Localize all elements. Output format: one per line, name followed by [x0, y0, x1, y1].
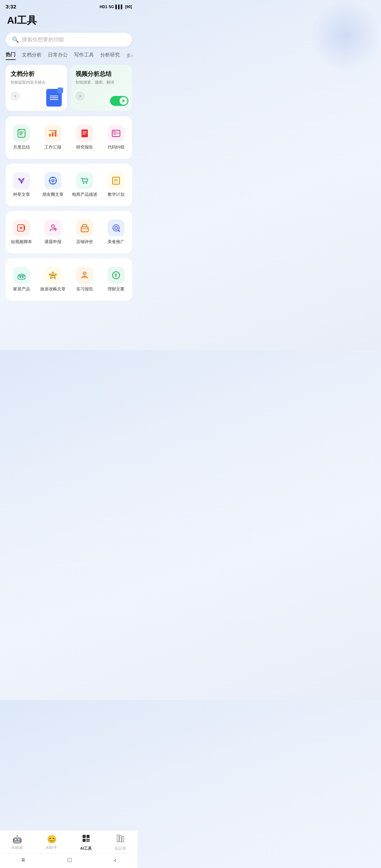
- tool-intern[interactable]: 实习报告: [69, 262, 101, 297]
- tool-label-code: 代码纠错: [108, 144, 125, 150]
- grass-svg-icon: [17, 176, 26, 185]
- tab-research[interactable]: 分析研究: [100, 52, 120, 60]
- tool-label-lesson: 教学计划: [108, 192, 125, 198]
- play-toggle[interactable]: [110, 96, 128, 106]
- svg-rect-8: [49, 130, 57, 131]
- status-time: 3:32: [6, 4, 16, 10]
- tools-grid-4: 家居产品 旅游攻略文章 实习报告: [6, 262, 132, 297]
- svg-rect-44: [22, 276, 24, 278]
- tab-more[interactable]: 多›: [126, 53, 133, 59]
- lesson-svg-icon: [111, 176, 121, 185]
- tool-label-monthly: 月度总结: [13, 144, 30, 150]
- tool-home[interactable]: 家居产品: [6, 262, 37, 297]
- home-svg-icon: [17, 271, 26, 280]
- category-tabs: 热门 文档分析 日常办公 写作工具 分析研究 多›: [0, 52, 138, 60]
- tool-icon-travel: [44, 267, 61, 284]
- tool-label-video: 短视频脚本: [11, 239, 32, 245]
- tool-travel[interactable]: 旅游攻略文章: [37, 262, 69, 297]
- battery-icon: [90]: [125, 5, 132, 9]
- tool-icon-home: [13, 267, 30, 284]
- svg-text:T: T: [19, 129, 20, 132]
- tool-label-home: 家居产品: [13, 286, 30, 292]
- tool-label-moments: 朋友圈文章: [42, 192, 64, 198]
- intern-svg-icon: [80, 271, 89, 280]
- doc-icon-wrap: [44, 88, 64, 107]
- finance-svg-icon: ¥: [111, 271, 121, 280]
- tab-doc[interactable]: 文档分析: [22, 52, 42, 60]
- svg-point-46: [83, 272, 86, 275]
- tab-hot[interactable]: 热门: [6, 52, 16, 60]
- svg-rect-37: [81, 227, 88, 232]
- tool-icon-project: [44, 219, 61, 236]
- tool-label-food: 美食推广: [108, 239, 125, 245]
- moments-svg-icon: [48, 176, 58, 185]
- tools-grid-3: 短视频脚本 课题申报 店铺评价: [6, 215, 132, 250]
- tool-code-debug[interactable]: 代码纠错: [101, 120, 132, 155]
- tool-icon-food: [108, 219, 125, 236]
- tool-shop-review[interactable]: 店铺评价: [69, 215, 101, 250]
- tool-icon-code: [108, 125, 125, 142]
- card-arrow-doc[interactable]: ›: [11, 91, 20, 101]
- ecommerce-svg-icon: [80, 176, 89, 185]
- tool-icon-lesson: [108, 172, 125, 189]
- tool-icon-video: [13, 219, 30, 236]
- shop-svg-icon: [80, 223, 89, 233]
- research-svg-icon: [80, 129, 89, 138]
- tab-office[interactable]: 日常办公: [48, 52, 68, 60]
- svg-point-25: [83, 182, 84, 184]
- tool-label-intern: 实习报告: [76, 286, 93, 292]
- search-placeholder: 搜索你想要的功能: [22, 36, 64, 43]
- search-bar[interactable]: 🔍 搜索你想要的功能: [6, 33, 132, 47]
- tool-food[interactable]: 美食推广: [101, 215, 132, 250]
- tool-label-ecommerce: 电商产品描述: [72, 192, 97, 198]
- tool-icon-shop: [76, 219, 93, 236]
- header: AI工具: [0, 11, 138, 31]
- project-svg-icon: [48, 223, 58, 233]
- tool-label-project: 课题申报: [44, 239, 61, 245]
- svg-rect-6: [52, 132, 54, 137]
- svg-point-15: [115, 131, 116, 132]
- tool-icon-moments: [44, 172, 61, 189]
- tools-section-1: T 月度总结 工作汇报: [6, 116, 132, 159]
- svg-point-34: [52, 225, 54, 228]
- tool-project[interactable]: 课题申报: [37, 215, 69, 250]
- svg-marker-32: [20, 227, 23, 229]
- svg-rect-7: [55, 131, 56, 137]
- svg-rect-43: [19, 276, 21, 278]
- tool-icon-finance: ¥: [108, 267, 125, 284]
- tools-section-4: 家居产品 旅游攻略文章 实习报告: [6, 258, 132, 301]
- tools-section-3: 短视频脚本 课题申报 店铺评价: [6, 211, 132, 253]
- tool-moments[interactable]: 朋友圈文章: [37, 167, 69, 203]
- travel-svg-icon: [48, 271, 58, 280]
- feature-card-video[interactable]: 视频分析总结 智能摘要、脑图、翻译 ›: [71, 65, 132, 111]
- tool-lesson-plan[interactable]: 教学计划: [101, 167, 132, 203]
- tool-monthly-summary[interactable]: T 月度总结: [6, 120, 37, 155]
- tool-label-finance: 理财文案: [108, 286, 125, 292]
- tool-icon-monthly: T: [13, 125, 30, 142]
- work-svg-icon: [48, 129, 58, 138]
- tool-label-research: 研究报告: [76, 144, 93, 150]
- card-desc-video: 智能摘要、脑图、翻译: [75, 80, 127, 85]
- tool-icon-ecommerce: [76, 172, 93, 189]
- tool-finance[interactable]: ¥ 理财文案: [101, 262, 132, 297]
- tool-ecommerce[interactable]: 电商产品描述: [69, 167, 101, 203]
- tool-work-report[interactable]: 工作汇报: [37, 120, 69, 155]
- svg-line-41: [118, 230, 120, 231]
- play-triangle-icon: [122, 99, 125, 103]
- signal-bars: ▌▌▌: [115, 5, 123, 9]
- video-svg-icon: [17, 223, 26, 233]
- tool-grass[interactable]: 种草文章: [6, 167, 37, 203]
- card-desc-doc: 智能提取内容关键点: [11, 80, 62, 85]
- feature-cards: 文档分析 智能提取内容关键点 › 视频分析总结 智能摘要、脑图、翻译 ›: [0, 65, 138, 111]
- svg-rect-42: [18, 276, 25, 279]
- status-icons: HD1 5G ▌▌▌ [90]: [99, 5, 132, 9]
- search-icon: 🔍: [12, 36, 19, 43]
- tool-video-script[interactable]: 短视频脚本: [6, 215, 37, 250]
- tab-write[interactable]: 写作工具: [74, 52, 94, 60]
- feature-card-doc[interactable]: 文档分析 智能提取内容关键点 ›: [6, 65, 67, 111]
- card-arrow-video[interactable]: ›: [75, 91, 85, 101]
- status-bar: 3:32 HD1 5G ▌▌▌ [90]: [0, 0, 138, 11]
- svg-point-14: [113, 131, 114, 132]
- tool-research-report[interactable]: 研究报告: [69, 120, 101, 155]
- food-svg-icon: [111, 223, 121, 233]
